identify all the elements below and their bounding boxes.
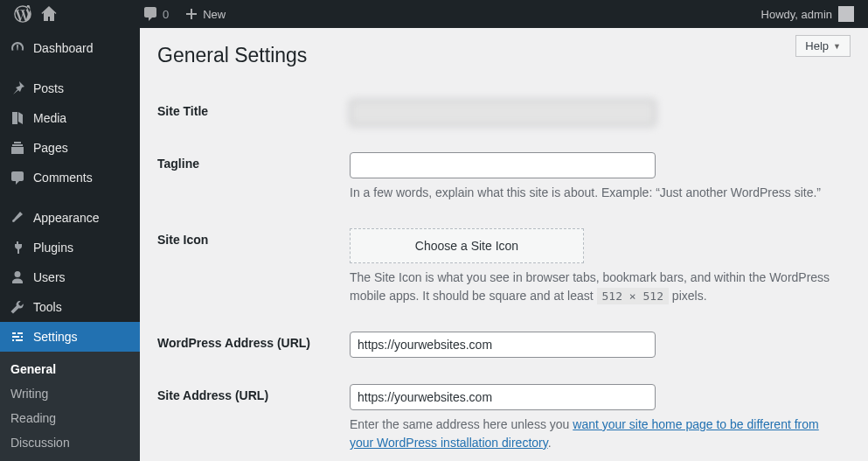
wordpress-icon [14,5,31,23]
menu-settings[interactable]: Settings [0,322,140,352]
wp-logo[interactable] [7,0,38,28]
menu-users[interactable]: Users [0,262,140,292]
submenu-discussion[interactable]: Discussion [0,430,140,455]
menu-appearance[interactable]: Appearance [0,203,140,233]
comments-count: 0 [163,8,169,21]
site-icon-code: 512 × 512 [597,288,669,304]
help-tab[interactable]: Help ▼ [795,35,851,57]
menu-plugins[interactable]: Plugins [0,233,140,262]
form-table: Site Title Tagline In a few words, expla… [157,87,851,461]
settings-submenu: General Writing Reading Discussion [0,352,140,461]
my-account[interactable]: Howdy, admin [754,0,861,28]
tagline-label: Tagline [157,139,350,215]
help-label: Help [805,39,829,52]
plus-icon [183,5,200,23]
plug-icon [9,239,26,256]
site-icon-label: Site Icon [157,215,350,318]
tagline-input[interactable] [350,152,656,178]
site-url-desc-b: . [548,436,552,450]
site-title-label: Site Title [157,87,350,139]
menu-dashboard-label: Dashboard [33,41,94,55]
submenu-writing[interactable]: Writing [0,381,140,406]
menu-posts[interactable]: Posts [0,73,140,103]
site-url-desc-a: Enter the same address here unless you [350,417,573,431]
page-title: General Settings [157,44,851,67]
menu-media-label: Media [33,111,66,125]
menu-appearance-label: Appearance [33,211,100,225]
comments-bubble[interactable]: 0 [135,0,176,28]
wp-url-input[interactable] [350,332,656,358]
menu-comments[interactable]: Comments [0,163,140,192]
tagline-description: In a few words, explain what this site i… [350,184,842,202]
brush-icon [9,209,26,227]
menu-tools-label: Tools [33,300,62,314]
wp-url-label: WordPress Address (URL) [157,318,350,371]
site-title-input[interactable] [350,100,656,126]
site-url-label: Site Address (URL) [157,371,350,461]
howdy-text: Howdy, admin [761,8,832,21]
adminmenu: Dashboard Posts Media Pages Comments App… [0,28,140,461]
menu-pages[interactable]: Pages [0,133,140,163]
site-home[interactable] [38,0,65,28]
menu-media[interactable]: Media [0,103,140,133]
wrench-icon [9,298,26,316]
adminbar: 0 New Howdy, admin [0,0,868,28]
new-content[interactable]: New [176,0,233,28]
submenu-general[interactable]: General [0,357,140,381]
comments-icon [9,169,26,186]
menu-comments-label: Comments [33,171,93,185]
menu-posts-label: Posts [33,81,64,95]
menu-plugins-label: Plugins [33,241,73,255]
site-icon-desc-a: The Site Icon is what you see in browser… [350,270,830,303]
menu-settings-label: Settings [33,330,78,344]
submenu-reading[interactable]: Reading [0,406,140,430]
avatar [838,6,854,22]
menu-pages-label: Pages [33,141,68,155]
user-icon [9,269,26,286]
choose-site-icon-button[interactable]: Choose a Site Icon [350,228,584,263]
media-icon [9,109,26,127]
menu-dashboard[interactable]: Dashboard [0,33,140,63]
comment-icon [142,5,159,23]
site-icon-desc-b: pixels. [669,289,707,303]
site-icon-description: The Site Icon is what you see in browser… [350,269,842,305]
pin-icon [9,80,26,97]
site-url-input[interactable] [350,384,656,410]
new-label: New [203,8,226,21]
home-icon [40,5,58,23]
menu-users-label: Users [33,270,66,284]
menu-tools[interactable]: Tools [0,292,140,322]
site-url-description: Enter the same address here unless you w… [350,416,842,452]
sliders-icon [9,328,26,346]
chevron-down-icon: ▼ [833,42,841,51]
pages-icon [9,139,26,157]
dashboard-icon [9,39,26,57]
wpbody: Help ▼ General Settings Site Title Tagli… [140,28,868,461]
